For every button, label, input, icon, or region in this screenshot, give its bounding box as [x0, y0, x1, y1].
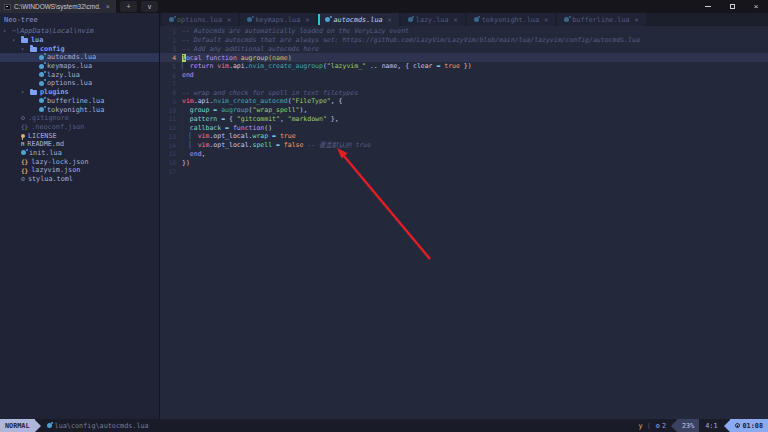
tab-options-lua[interactable]: options.lua×	[162, 13, 238, 26]
editor-pane[interactable]: options.lua×keymaps.lua×autocmds.lua×laz…	[160, 13, 768, 419]
tree-item-autocmds-lua[interactable]: autocmds.lua	[0, 53, 159, 62]
tree-item-label: tokyonight.lua	[47, 106, 104, 114]
tree-item-lazy-lua[interactable]: lazy.lua	[0, 70, 159, 79]
tab-dropdown-button[interactable]: ∨	[141, 1, 158, 12]
code-token: vim	[217, 62, 229, 70]
tree-item-label: .gitignore	[28, 114, 69, 122]
code-token: ocal	[186, 54, 206, 62]
code-token: {	[225, 115, 237, 123]
terminal-titlebar: C:\WINDOWS\system32\cmd. × + ∨ ×	[0, 0, 768, 13]
tab-autocmds-lua[interactable]: autocmds.lua×	[318, 13, 398, 26]
json-icon: {}	[21, 124, 28, 129]
folder-icon	[21, 38, 28, 43]
code-token: name, { clear	[378, 62, 437, 70]
code-token: end	[190, 150, 202, 158]
tree-item--neoconf-json[interactable]: {}.neoconf.json	[0, 123, 159, 132]
code-token: })	[182, 159, 190, 167]
code-line[interactable]: 11▏ pattern = { "gitcommit", "markdown" …	[160, 115, 768, 124]
code-line[interactable]: 4local function augroup(name)	[160, 53, 768, 62]
tree-item-init-lua[interactable]: init.lua	[0, 149, 159, 158]
close-icon[interactable]: ×	[388, 16, 392, 24]
code-line[interactable]: 1-- Autocmds are automatically loaded on…	[160, 27, 768, 36]
code-area[interactable]: 1-- Autocmds are automatically loaded on…	[160, 26, 768, 419]
code-line[interactable]: 15▏ end,	[160, 150, 768, 159]
tree-item-license[interactable]: LICENSE	[0, 131, 159, 140]
tab-keymaps-lua[interactable]: keymaps.lua×	[240, 13, 316, 26]
code-line[interactable]: 2-- Default autocmds that are always set…	[160, 36, 768, 45]
tree-item-lua[interactable]: ▾lua	[0, 36, 159, 45]
code-token: -- Add any additional autocmds here	[182, 45, 319, 53]
tab-label: bufferline.lua	[572, 16, 629, 24]
close-icon[interactable]: ×	[635, 16, 639, 24]
tree-item-options-lua[interactable]: options.lua	[0, 79, 159, 88]
code-line[interactable]: 3-- Add any additional autocmds here	[160, 45, 768, 54]
line-number: 16	[160, 159, 182, 166]
tab-lazy-lua[interactable]: lazy.lua×	[401, 13, 465, 26]
tab-tokyonight-lua[interactable]: tokyonight.lua×	[467, 13, 556, 26]
code-token: ,	[280, 115, 288, 123]
minimize-icon	[705, 6, 711, 7]
code-line[interactable]: 17	[160, 167, 768, 176]
close-icon[interactable]: ×	[227, 16, 231, 24]
tree-item-tokyonight-lua[interactable]: tokyonight.lua	[0, 105, 159, 114]
scroll-percent: 23%	[677, 419, 699, 432]
code-line[interactable]: 12▏ callback = function()	[160, 123, 768, 132]
tree-item--gitignore[interactable]: .gitignore	[0, 114, 159, 123]
code-token: .opt_local.	[209, 141, 252, 149]
code-token: "FileType"	[292, 97, 331, 105]
lua-file-icon	[39, 55, 44, 60]
line-number: 11	[160, 115, 182, 122]
tree-item-config[interactable]: ▾config	[0, 44, 159, 53]
tree-item-label: .neoconf.json	[31, 123, 84, 131]
line-number: 3	[160, 45, 182, 52]
code-line[interactable]: 7	[160, 80, 768, 89]
code-line[interactable]: 13▏ ▏ vim.opt_local.wrap = true	[160, 132, 768, 141]
code-line[interactable]: 10▏ group = augroup("wrap_spell"),	[160, 106, 768, 115]
tab-label: keymaps.lua	[255, 16, 300, 24]
code-line[interactable]: 9vim.api.nvim_create_autocmd("FileType",…	[160, 97, 768, 106]
close-icon[interactable]: ×	[305, 16, 309, 24]
code-line[interactable]: 16})	[160, 158, 768, 167]
minimize-button[interactable]	[696, 0, 720, 13]
tree-item-lazy-lock-json[interactable]: {}lazy-lock.json	[0, 157, 159, 166]
chevron-down-icon[interactable]: ▾	[3, 28, 9, 34]
chevron-down-icon[interactable]: ▾	[12, 37, 18, 43]
close-icon[interactable]: ×	[544, 16, 548, 24]
file-tree[interactable]: ▾~\AppData\Local\nvim▾lua▾configautocmds…	[0, 26, 159, 419]
tree-item-readme-md[interactable]: MREADME.md	[0, 140, 159, 149]
code-token: )	[288, 54, 292, 62]
window-close-button[interactable]: ×	[744, 0, 768, 13]
maximize-button[interactable]	[720, 0, 744, 13]
chevron-down-icon[interactable]: ▾	[21, 46, 27, 52]
markdown-icon: M	[21, 142, 24, 147]
lua-file-icon	[21, 150, 26, 155]
code-token: ..	[370, 62, 378, 70]
close-icon[interactable]: ×	[454, 16, 458, 24]
tree-item--appdata-local-nvim[interactable]: ▾~\AppData\Local\nvim	[0, 27, 159, 36]
code-token: wrap	[252, 132, 268, 140]
code-token: -- Autocmds are automatically loaded on …	[182, 27, 409, 35]
lua-file-icon	[564, 17, 569, 22]
code-line[interactable]: 14▏ ▏ vim.opt_local.spell = false -- 覆盖默…	[160, 141, 768, 150]
tree-item-label: stylua.toml	[28, 175, 73, 183]
neotree-panel: Neo-tree ▾~\AppData\Local\nvim▾lua▾confi…	[0, 13, 160, 419]
lua-file-icon	[39, 64, 44, 69]
tree-item-stylua-toml[interactable]: ⚙stylua.toml	[0, 175, 159, 184]
terminal-tab-close-icon[interactable]: ×	[106, 3, 110, 10]
code-token: function	[233, 124, 264, 132]
tab-bufferline-lua[interactable]: bufferline.lua×	[557, 13, 646, 26]
code-token: vim	[198, 141, 210, 149]
terminal-tab[interactable]: C:\WINDOWS\system32\cmd. ×	[0, 0, 116, 13]
tree-item-plugins[interactable]: ▾plugins	[0, 88, 159, 97]
code-token: ),	[299, 106, 307, 114]
folder-icon	[30, 47, 37, 52]
code-line[interactable]: 6end	[160, 71, 768, 80]
tree-item-keymaps-lua[interactable]: keymaps.lua	[0, 62, 159, 71]
new-tab-button[interactable]: +	[120, 1, 137, 12]
code-line[interactable]: 8-- wrap and check for spell in text fil…	[160, 88, 768, 97]
code-line[interactable]: 5▏ return vim.api.nvim_create_augroup("l…	[160, 62, 768, 71]
tree-item-label: lazy-lock.json	[31, 158, 88, 166]
chevron-down-icon[interactable]: ▾	[21, 89, 27, 95]
tree-item-lazyvim-json[interactable]: {}lazyvim.json	[0, 166, 159, 175]
tree-item-bufferline-lua[interactable]: bufferline.lua	[0, 97, 159, 106]
